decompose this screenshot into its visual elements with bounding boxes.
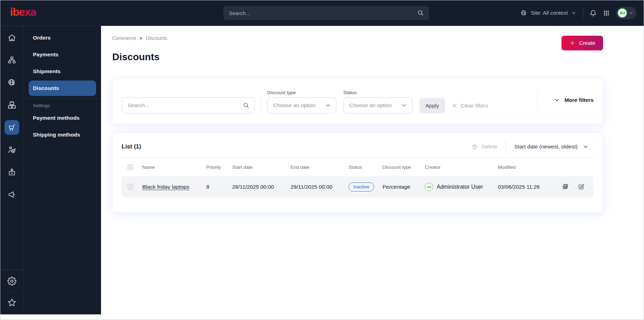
table-header: Name Priority Start date End date Status… xyxy=(122,158,594,176)
column-modified: Modified xyxy=(498,165,562,170)
icon-rail xyxy=(0,26,24,314)
rail-item-members[interactable] xyxy=(0,161,23,183)
edit-icon[interactable] xyxy=(578,183,585,190)
more-filters-label: More filters xyxy=(564,97,594,103)
column-creator: Creator xyxy=(425,165,498,170)
app-grid-icon[interactable] xyxy=(603,10,610,16)
search-icon[interactable] xyxy=(417,9,424,16)
site-context-label: Site: All context xyxy=(531,10,568,16)
rail-item-customers[interactable] xyxy=(0,139,23,161)
plus-icon xyxy=(569,40,575,46)
x-icon xyxy=(451,103,458,109)
column-priority: Priority xyxy=(206,165,232,170)
menu-divider xyxy=(24,98,101,99)
breadcrumb-discounts[interactable]: Discounts xyxy=(146,35,167,41)
filter-divider xyxy=(261,95,261,113)
search-icon[interactable] xyxy=(243,102,250,109)
discount-name-link[interactable]: Black friday laptops xyxy=(142,184,189,190)
sort-dropdown[interactable]: Start date (newest, oldest) xyxy=(514,144,594,150)
rail-item-product-catalog[interactable] xyxy=(0,94,23,116)
breadcrumb-commerce[interactable]: Commerce xyxy=(112,35,136,41)
discount-type-field: Discount type Choose an option xyxy=(267,90,336,113)
menu-item-orders[interactable]: Orders xyxy=(29,30,96,46)
status-label: Status xyxy=(343,90,413,95)
rail-item-admin-settings[interactable] xyxy=(0,270,23,292)
discount-type-value: Choose an option xyxy=(273,102,316,109)
app-window: ibexa Site: All context xyxy=(0,0,644,320)
more-filters-button[interactable]: More filters xyxy=(537,91,594,109)
column-start-date: Start date xyxy=(232,165,291,170)
discount-type-select[interactable]: Choose an option xyxy=(267,97,336,113)
page-title: Discounts xyxy=(112,51,603,63)
menu-item-shipments[interactable]: Shipments xyxy=(29,64,96,79)
chevron-down-icon xyxy=(325,102,331,109)
rail-item-marketing[interactable] xyxy=(0,183,23,206)
row-actions xyxy=(562,183,594,190)
topbar-divider xyxy=(583,8,584,18)
discount-type-label: Discount type xyxy=(267,90,336,95)
rail-item-dashboard[interactable] xyxy=(0,27,23,49)
gear-icon xyxy=(5,274,19,288)
filter-bar: Discount type Choose an option Status Ch… xyxy=(112,78,603,124)
table-row: Black friday laptops 8 28/11/2025 00:00 … xyxy=(122,176,594,197)
rail-item-commerce[interactable] xyxy=(0,116,23,139)
rail-item-bookmarks[interactable] xyxy=(0,293,23,312)
megaphone-icon xyxy=(5,187,19,202)
list-title: List (1) xyxy=(122,143,141,150)
filter-search[interactable] xyxy=(122,97,255,113)
globe-cursor-icon xyxy=(5,75,19,90)
clear-filters-button[interactable]: Clear filters xyxy=(451,98,488,113)
creator-name: Administrator User xyxy=(437,184,483,190)
status-badge: Inactive xyxy=(349,182,374,192)
user-avatar: AU xyxy=(617,8,627,18)
apply-button[interactable]: Apply xyxy=(420,98,445,113)
ibexa-logo[interactable]: ibexa xyxy=(10,6,36,20)
menu-item-discounts[interactable]: Discounts xyxy=(29,81,96,96)
menu-item-shipping-methods[interactable]: Shipping methods xyxy=(29,127,96,142)
topbar: ibexa Site: All context xyxy=(0,0,644,26)
clear-filters-label: Clear filters xyxy=(461,103,488,109)
cell-priority: 8 xyxy=(206,184,232,190)
cell-end-date: 29/11/2025 00:00 xyxy=(291,184,349,190)
list-actions: Delete Start date (newest, oldest) xyxy=(471,139,594,154)
menu-section-settings: Settings xyxy=(24,103,101,110)
user-menu[interactable]: AU xyxy=(616,7,636,19)
id-badge-icon xyxy=(5,165,19,180)
notifications-bell-icon[interactable] xyxy=(589,9,597,17)
column-status: Status xyxy=(349,165,382,170)
chevron-down-icon xyxy=(582,144,589,150)
rail-item-content[interactable] xyxy=(0,49,23,71)
commerce-menu: Orders Payments Shipments Discounts Sett… xyxy=(24,26,101,314)
menu-item-payments[interactable]: Payments xyxy=(29,47,96,62)
delete-button[interactable]: Delete xyxy=(471,144,497,150)
global-search-input[interactable] xyxy=(229,10,417,16)
select-all-checkbox[interactable] xyxy=(127,164,133,170)
trash-icon xyxy=(471,144,478,150)
breadcrumb: Commerce > Discounts xyxy=(112,35,603,41)
rail-item-site[interactable] xyxy=(0,71,23,94)
status-field: Status Choose an option xyxy=(343,90,413,113)
status-value: Choose an option xyxy=(349,102,392,109)
globe-cursor-icon xyxy=(520,9,528,17)
status-select[interactable]: Choose an option xyxy=(343,97,413,113)
customer-target-icon xyxy=(5,142,19,157)
list-header: List (1) Delete Start date (newest, olde… xyxy=(122,139,594,154)
preview-disabled-icon[interactable] xyxy=(562,183,569,190)
star-icon xyxy=(5,295,19,310)
chevron-down-icon xyxy=(554,97,560,103)
main-content: Commerce > Discounts Create Discounts xyxy=(101,26,644,314)
global-search[interactable] xyxy=(223,6,429,20)
create-button-label: Create xyxy=(579,40,595,46)
topbar-right: Site: All context AU xyxy=(520,7,636,19)
menu-item-payment-methods[interactable]: Payment methods xyxy=(29,110,96,126)
product-boxes-icon xyxy=(5,98,19,112)
site-context-switcher[interactable]: Site: All context xyxy=(520,9,577,17)
chevron-down-icon xyxy=(571,10,577,16)
cell-creator: AU Administrator User xyxy=(425,183,498,191)
chevron-down-icon xyxy=(401,102,407,109)
filter-search-input[interactable] xyxy=(128,102,243,109)
sort-label: Start date (newest, oldest) xyxy=(514,144,578,150)
row-checkbox[interactable] xyxy=(127,184,133,190)
create-button[interactable]: Create xyxy=(561,36,603,50)
content-tree-icon xyxy=(5,53,19,68)
